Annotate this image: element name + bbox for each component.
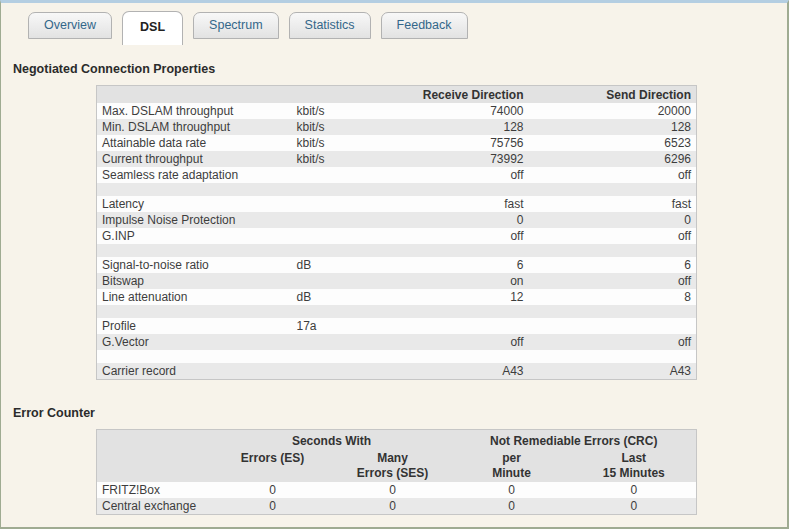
error-value: 0 bbox=[452, 482, 572, 498]
error-row: FRITZ!Box0000 bbox=[97, 482, 697, 498]
property-send-value: 6523 bbox=[529, 135, 697, 151]
property-send-value: A43 bbox=[529, 363, 697, 380]
property-receive-value: 128 bbox=[367, 119, 529, 135]
property-send-value: off bbox=[529, 273, 697, 289]
property-unit: kbit/s bbox=[292, 103, 367, 119]
property-row: Line attenuationdB128 bbox=[97, 289, 697, 305]
error-value: 0 bbox=[334, 482, 452, 498]
property-row: Impulse Noise Protection00 bbox=[97, 212, 697, 228]
property-send-value: fast bbox=[529, 196, 697, 212]
property-label: Attainable data rate bbox=[97, 135, 292, 151]
property-row: Latencyfastfast bbox=[97, 196, 697, 212]
property-unit bbox=[292, 334, 367, 350]
dsl-content: Negotiated Connection Properties Receive… bbox=[1, 45, 787, 515]
property-row: G.Vectoroffoff bbox=[97, 334, 697, 350]
property-send-value: 0 bbox=[529, 212, 697, 228]
spacer-row bbox=[97, 183, 697, 196]
property-unit bbox=[292, 363, 367, 380]
property-unit bbox=[292, 273, 367, 289]
property-row: Carrier recordA43A43 bbox=[97, 363, 697, 380]
error-value: 0 bbox=[212, 498, 334, 515]
col-header-empty-unit bbox=[292, 86, 367, 104]
connection-table-header-row: Receive Direction Send Direction bbox=[97, 86, 697, 104]
property-send-value: 20000 bbox=[529, 103, 697, 119]
error-value: 0 bbox=[452, 498, 572, 515]
property-row: Bitswaponoff bbox=[97, 273, 697, 289]
tab-spectrum[interactable]: Spectrum bbox=[193, 12, 279, 39]
error-counter-table: Seconds WithNot Remediable Errors (CRC)E… bbox=[96, 429, 697, 515]
property-receive-value: 74000 bbox=[367, 103, 529, 119]
property-receive-value: 75756 bbox=[367, 135, 529, 151]
spacer-row bbox=[97, 244, 697, 257]
property-receive-value: fast bbox=[367, 196, 529, 212]
property-label: Seamless rate adaptation bbox=[97, 167, 292, 183]
property-label: Signal-to-noise ratio bbox=[97, 257, 292, 273]
tab-statistics[interactable]: Statistics bbox=[289, 12, 371, 39]
property-unit: kbit/s bbox=[292, 151, 367, 167]
property-label: Impulse Noise Protection bbox=[97, 212, 292, 228]
property-label: Bitswap bbox=[97, 273, 292, 289]
property-row: Min. DSLAM throughputkbit/s128128 bbox=[97, 119, 697, 135]
property-receive-value: on bbox=[367, 273, 529, 289]
error-value: 0 bbox=[572, 482, 697, 498]
error-header-empty bbox=[97, 430, 212, 451]
property-unit bbox=[292, 212, 367, 228]
property-row: Max. DSLAM throughputkbit/s7400020000 bbox=[97, 103, 697, 119]
property-label: G.Vector bbox=[97, 334, 292, 350]
property-receive-value: off bbox=[367, 167, 529, 183]
property-row: Signal-to-noise ratiodB66 bbox=[97, 257, 697, 273]
property-row: G.INPoffoff bbox=[97, 228, 697, 244]
error-group-header-row: Seconds WithNot Remediable Errors (CRC) bbox=[97, 430, 697, 451]
property-row: Current throughputkbit/s739926296 bbox=[97, 151, 697, 167]
property-receive-value: 12 bbox=[367, 289, 529, 305]
property-receive-value: 73992 bbox=[367, 151, 529, 167]
property-unit: dB bbox=[292, 257, 367, 273]
error-row-label: FRITZ!Box bbox=[97, 482, 212, 498]
spacer-row bbox=[97, 305, 697, 318]
tab-feedback[interactable]: Feedback bbox=[381, 12, 468, 39]
connection-properties-table: Receive Direction Send Direction Max. DS… bbox=[96, 85, 697, 380]
property-receive-value: off bbox=[367, 228, 529, 244]
tab-overview[interactable]: Overview bbox=[28, 12, 112, 39]
property-label: Current throughput bbox=[97, 151, 292, 167]
tab-bar: OverviewDSLSpectrumStatisticsFeedback bbox=[1, 3, 787, 45]
spacer-cell bbox=[97, 305, 697, 318]
error-col-header-row: Errors (ES)ManyErrors (SES)perMinuteLast… bbox=[97, 450, 697, 482]
property-send-value bbox=[529, 318, 697, 334]
error-value: 0 bbox=[572, 498, 697, 515]
error-value: 0 bbox=[334, 498, 452, 515]
property-receive-value: 6 bbox=[367, 257, 529, 273]
property-send-value: off bbox=[529, 334, 697, 350]
property-receive-value: A43 bbox=[367, 363, 529, 380]
spacer-cell bbox=[97, 350, 697, 363]
property-send-value: off bbox=[529, 228, 697, 244]
property-row: Profile17a bbox=[97, 318, 697, 334]
section-title-negotiated-connection-properties: Negotiated Connection Properties bbox=[13, 62, 787, 76]
property-unit: kbit/s bbox=[292, 135, 367, 151]
property-send-value: 6296 bbox=[529, 151, 697, 167]
property-unit bbox=[292, 167, 367, 183]
property-unit bbox=[292, 196, 367, 212]
tab-dsl[interactable]: DSL bbox=[122, 11, 183, 45]
property-send-value: 6 bbox=[529, 257, 697, 273]
spacer-cell bbox=[97, 183, 697, 196]
property-row: Attainable data ratekbit/s757566523 bbox=[97, 135, 697, 151]
error-col-header: Last15 Minutes bbox=[572, 450, 697, 482]
property-label: Profile bbox=[97, 318, 292, 334]
property-row: Seamless rate adaptationoffoff bbox=[97, 167, 697, 183]
property-label: Latency bbox=[97, 196, 292, 212]
property-unit: 17a bbox=[292, 318, 367, 334]
page: OverviewDSLSpectrumStatisticsFeedback Ne… bbox=[0, 0, 789, 529]
property-label: G.INP bbox=[97, 228, 292, 244]
error-col-header: Errors (ES) bbox=[212, 450, 334, 482]
error-col-header: perMinute bbox=[452, 450, 572, 482]
property-label: Line attenuation bbox=[97, 289, 292, 305]
property-send-value: off bbox=[529, 167, 697, 183]
error-header-empty bbox=[97, 450, 212, 482]
property-send-value: 128 bbox=[529, 119, 697, 135]
error-col-header: ManyErrors (SES) bbox=[334, 450, 452, 482]
property-receive-value: 0 bbox=[367, 212, 529, 228]
error-group-header: Seconds With bbox=[212, 430, 452, 451]
error-group-header: Not Remediable Errors (CRC) bbox=[452, 430, 697, 451]
error-value: 0 bbox=[212, 482, 334, 498]
